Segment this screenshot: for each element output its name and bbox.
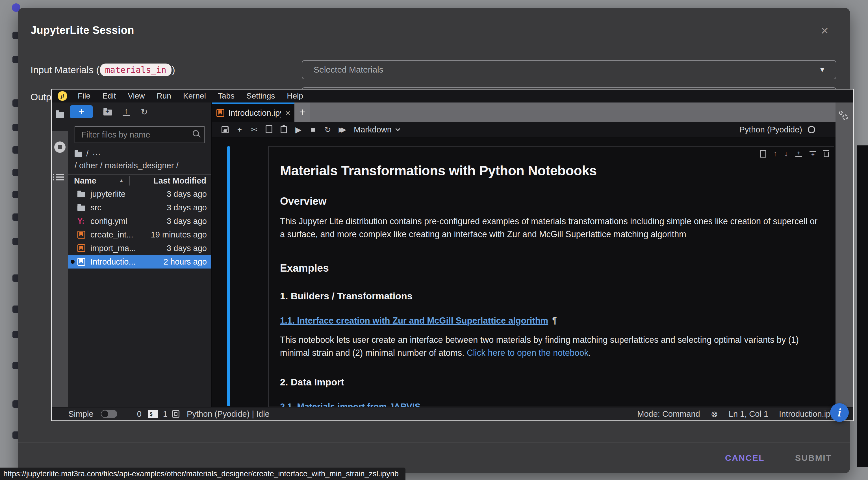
home-folder-icon[interactable] xyxy=(74,151,82,157)
stop-kernel-button[interactable]: ■ xyxy=(306,125,320,134)
builders-heading: 1. Builders / Transformations xyxy=(280,290,823,302)
input-materials-dropdown[interactable]: Selected Materials ▼ xyxy=(302,60,836,79)
submit-button[interactable]: SUBMIT xyxy=(790,450,836,466)
menu-edit[interactable]: Edit xyxy=(96,92,122,101)
paste-icon xyxy=(281,126,287,133)
notebook-panel: Introduction.ipynb × + + ✂ ▶ ■ ↻ ▶▶ xyxy=(212,102,836,407)
yaml-icon: Y: xyxy=(78,217,85,226)
kernel-indicator[interactable]: Python (Pyodide) xyxy=(739,125,815,134)
notebook-title: Materials Transformations with Python No… xyxy=(280,163,823,178)
shield-x-icon: ⊗ xyxy=(711,409,718,419)
file-list-header: Name ▲ Last Modified xyxy=(68,174,211,187)
file-name: jupyterlite xyxy=(90,190,167,199)
tab-title: Introduction.ipynb xyxy=(228,108,281,118)
pilcrow-icon: ¶ xyxy=(552,316,557,325)
menu-help[interactable]: Help xyxy=(281,92,309,101)
trash-icon xyxy=(824,151,829,157)
upload-icon: ↑ xyxy=(124,107,129,115)
cancel-button[interactable]: CANCEL xyxy=(720,450,769,466)
file-row-introduction[interactable]: Introductio... 2 hours ago xyxy=(68,255,211,269)
breadcrumb-root[interactable]: / xyxy=(86,148,88,160)
tab-introduction-ipynb[interactable]: Introduction.ipynb × xyxy=(212,102,294,122)
insert-cell-button[interactable]: + xyxy=(232,125,247,134)
terminal-icon[interactable]: $_ xyxy=(148,410,158,418)
file-modified: 3 days ago xyxy=(167,216,207,226)
file-modified: 3 days ago xyxy=(167,203,207,212)
menu-kernel[interactable]: Kernel xyxy=(177,92,212,101)
info-button[interactable]: i xyxy=(830,403,849,422)
breadcrumb-path[interactable]: / other / materials_designer / xyxy=(74,160,205,171)
search-icon xyxy=(193,130,199,136)
file-list: jupyterlite 3 days ago src 3 days ago Y:… xyxy=(68,187,211,407)
interface-creation-link[interactable]: 1.1. Interface creation with Zur and McG… xyxy=(280,316,548,325)
file-row-src[interactable]: src 3 days ago xyxy=(68,201,211,214)
dialog-header: JupyterLite Session × xyxy=(18,8,850,53)
jarvis-import-link[interactable]: 2.1. Materials import from JARVIS xyxy=(280,402,421,407)
breadcrumb-ellipsis[interactable]: ··· xyxy=(92,148,101,160)
run-cell-button[interactable]: ▶ xyxy=(291,125,306,134)
dialog-title: JupyterLite Session xyxy=(31,24,134,36)
duplicate-cell-button[interactable] xyxy=(760,150,766,157)
gear-icon xyxy=(842,114,848,120)
file-modified: 3 days ago xyxy=(167,244,207,253)
menu-run[interactable]: Run xyxy=(151,92,177,101)
restart-kernel-button[interactable]: ↻ xyxy=(320,125,335,134)
menu-file[interactable]: File xyxy=(72,92,96,101)
left-sidebar-strip xyxy=(52,102,68,407)
running-kernels-tab[interactable] xyxy=(54,141,66,153)
jupyter-menubar: jl File Edit View Run Kernel Tabs Settin… xyxy=(52,90,853,102)
breadcrumb: / ··· / other / materials_designer / xyxy=(68,143,211,171)
column-name[interactable]: Name ▲ xyxy=(68,176,129,185)
delete-cell-button[interactable] xyxy=(824,150,829,157)
menu-tabs[interactable]: Tabs xyxy=(212,92,241,101)
insert-cell-above-button[interactable] xyxy=(795,151,802,157)
file-row-config[interactable]: Y: config.yml 3 days ago xyxy=(68,214,211,228)
insert-cell-below-button[interactable] xyxy=(809,151,816,157)
open-notebook-link[interactable]: Click here to open the notebook xyxy=(467,348,589,357)
tab-close-icon[interactable]: × xyxy=(285,108,290,118)
new-launcher-button[interactable]: + xyxy=(70,105,93,118)
file-browser-tab[interactable] xyxy=(54,110,66,118)
input-materials-label: Input Materials ( materials_in ) xyxy=(31,64,175,76)
paste-cell-button[interactable] xyxy=(276,126,291,133)
cut-cell-button[interactable]: ✂ xyxy=(247,125,261,134)
restart-run-all-button[interactable]: ▶▶ xyxy=(335,126,350,134)
markdown-cell[interactable]: ↑ ↓ Materials Transformations with Pytho… xyxy=(269,146,834,407)
filter-files-input[interactable] xyxy=(74,126,205,143)
settings-gears-button[interactable] xyxy=(838,111,851,124)
upload-button[interactable]: ↑ xyxy=(123,107,130,116)
close-icon[interactable]: × xyxy=(818,24,831,37)
new-tab-button[interactable]: + xyxy=(294,102,310,122)
notebook-tabbar: Introduction.ipynb × + xyxy=(212,102,836,122)
jupyterlite-frame: jl File Edit View Run Kernel Tabs Settin… xyxy=(51,89,854,421)
link-preview-statusbar: https://jupyterlite.mat3ra.com/files/api… xyxy=(0,468,405,480)
backdrop-app-sidebar xyxy=(0,0,20,480)
menu-view[interactable]: View xyxy=(122,92,151,101)
cell-type-value: Markdown xyxy=(354,125,392,134)
file-browser-toolbar: + ↑ ↻ xyxy=(68,102,211,121)
column-last-modified[interactable]: Last Modified xyxy=(129,176,211,185)
copy-cell-button[interactable] xyxy=(261,126,276,133)
simple-mode-toggle[interactable] xyxy=(101,410,117,418)
table-of-contents-tab[interactable] xyxy=(54,174,66,180)
new-folder-button[interactable] xyxy=(103,108,112,115)
file-row-jupyterlite[interactable]: jupyterlite 3 days ago xyxy=(68,187,211,201)
move-cell-up-button[interactable]: ↑ xyxy=(773,149,777,158)
menu-settings[interactable]: Settings xyxy=(241,92,281,101)
refresh-button[interactable]: ↻ xyxy=(141,107,148,117)
save-button[interactable] xyxy=(218,126,232,133)
jupyterlite-session-dialog: JupyterLite Session × Input Materials ( … xyxy=(18,8,850,473)
selected-cell-indicator[interactable] xyxy=(227,146,230,406)
kernel-name: Python (Pyodide) xyxy=(739,125,802,134)
notebook-icon xyxy=(78,258,85,266)
kernel-status-text[interactable]: Python (Pyodide) | Idle xyxy=(187,409,270,419)
move-cell-down-button[interactable]: ↓ xyxy=(784,149,788,158)
jupyterlite-logo-icon: jl xyxy=(58,91,67,101)
sort-ascending-icon: ▲ xyxy=(119,178,124,183)
data-import-heading: 2. Data Import xyxy=(280,377,823,388)
file-row-import-materials[interactable]: import_ma... 3 days ago xyxy=(68,241,211,255)
file-modified: 19 minutes ago xyxy=(151,230,207,239)
builders-text-end: . xyxy=(589,348,591,357)
cell-type-select[interactable]: Markdown xyxy=(354,125,400,134)
file-row-create-interface[interactable]: create_int... 19 minutes ago xyxy=(68,228,211,241)
